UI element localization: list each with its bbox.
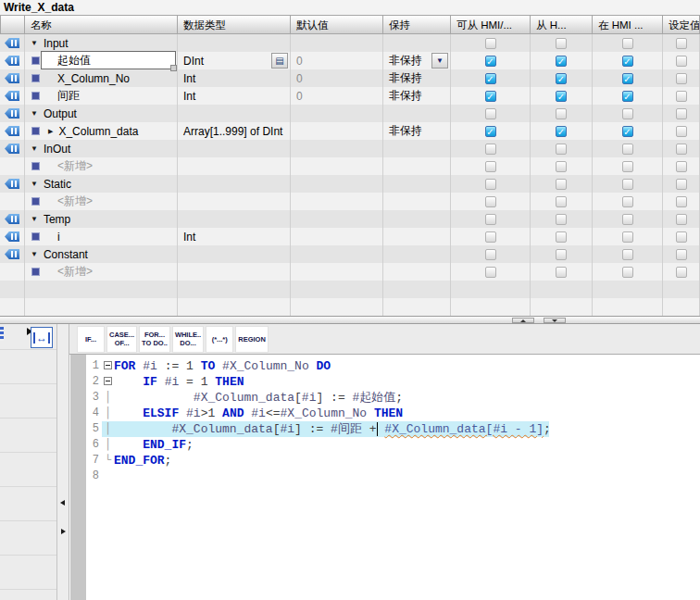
name-cell[interactable]: ▼Constant [25, 245, 178, 263]
section-collapse-icon[interactable]: ▼ [31, 215, 38, 223]
hmi-visible-checkbox[interactable]: ✓ [622, 126, 633, 137]
hmi-visible-checkbox[interactable]: ✓ [622, 91, 633, 102]
name-cell[interactable]: ▶X_Column_data [25, 122, 178, 140]
variable-row-X_Column_No[interactable]: X_Column_NoInt0非保持✓✓✓ [0, 69, 700, 87]
horizontal-splitter[interactable] [0, 316, 700, 324]
hmi-accessible-checkbox[interactable]: ✓ [485, 91, 496, 102]
name-cell[interactable]: 起始值 [25, 52, 178, 69]
hmi-visible-checkbox[interactable] [622, 231, 633, 243]
snippet-for-to-do-button[interactable]: FOR... TO DO.. [139, 326, 170, 353]
hmi-accessible-checkbox[interactable]: ✓ [485, 56, 496, 67]
token: #X_Column_data [194, 391, 294, 405]
split-editor-button[interactable]: ↔ [31, 327, 53, 348]
editor-resize-handle[interactable] [170, 65, 177, 71]
hmi-writable-checkbox[interactable]: ✓ [556, 73, 567, 84]
collapse-region-icon[interactable] [104, 361, 112, 369]
section-collapse-icon[interactable]: ▼ [31, 39, 38, 47]
setpoint-checkbox[interactable] [676, 231, 687, 243]
default-value-cell[interactable] [291, 228, 383, 245]
retain-cell[interactable]: 非保持▼ [383, 52, 451, 69]
code-line-5[interactable]: 5│ #X_Column_data[#i] := #间距 + #X_Column… [86, 421, 700, 437]
add-new-row[interactable]: <新增> [0, 263, 700, 281]
name-cell[interactable]: X_Column_No [25, 69, 178, 87]
hmi-accessible-checkbox[interactable]: ✓ [485, 126, 496, 137]
hmi-writable-checkbox[interactable]: ✓ [556, 91, 567, 102]
retain-cell[interactable] [383, 228, 451, 245]
code-area[interactable]: 1FOR #i := 1 TO #X_Column_No DO2 IF #i =… [69, 355, 700, 600]
name-cell[interactable]: <新增> [25, 157, 178, 175]
vertical-splitter[interactable] [57, 324, 69, 600]
retain-dropdown-button[interactable]: ▼ [431, 53, 448, 69]
snippet-case-of-button[interactable]: CASE... OF... [106, 326, 137, 353]
default-value-cell[interactable]: 0 [291, 87, 383, 105]
name-cell[interactable]: <新增> [25, 193, 178, 210]
variable-name-editor[interactable]: 起始值 [41, 51, 176, 69]
hmi-visible-checkbox[interactable]: ✓ [622, 73, 633, 84]
code-line-8[interactable]: 8 [86, 469, 700, 484]
retain-cell[interactable]: 非保持 [383, 122, 451, 140]
retain-cell[interactable]: 非保持 [383, 69, 451, 87]
code-line-4[interactable]: 4│ ELSIF #i>1 AND #i<=#X_Column_No THEN [86, 406, 700, 421]
section-collapse-icon[interactable]: ▼ [31, 250, 38, 258]
name-cell[interactable]: ▼Input [25, 34, 178, 52]
section-row-constant[interactable]: ▼Constant [0, 245, 700, 263]
hmi-writable-checkbox[interactable]: ✓ [556, 56, 567, 67]
hmi-writable-checkbox[interactable]: ✓ [556, 126, 567, 137]
name-cell[interactable]: <新增> [25, 263, 178, 281]
section-row-input[interactable]: ▼Input [0, 34, 700, 52]
section-row-static[interactable]: ▼Static [0, 175, 700, 193]
default-value-cell[interactable]: 0 [291, 52, 383, 69]
add-new-row[interactable]: <新增> [0, 193, 700, 210]
collapse-left-arrow-icon[interactable] [60, 500, 65, 506]
name-cell[interactable]: ▼Output [25, 105, 178, 122]
section-collapse-icon[interactable]: ▼ [31, 144, 38, 153]
splitter-collapse-down-button[interactable] [544, 318, 566, 323]
setpoint-checkbox[interactable] [676, 91, 687, 102]
variable-bullet-icon [31, 74, 40, 82]
hmi-visible-checkbox[interactable]: ✓ [622, 56, 633, 67]
variable-row-i[interactable]: iInt [0, 228, 700, 245]
default-value-cell[interactable]: 0 [291, 69, 383, 87]
hmi-writable-checkbox[interactable] [556, 231, 567, 243]
data-type-cell[interactable]: DInt▤ [178, 52, 291, 69]
hmi-accessible-checkbox[interactable]: ✓ [485, 73, 496, 84]
code-line-2[interactable]: 2 IF #i = 1 THEN [86, 374, 700, 390]
snippet-region-button[interactable]: REGION [235, 326, 269, 353]
name-cell[interactable]: i [25, 228, 178, 245]
data-type-cell[interactable]: Int [178, 87, 291, 105]
section-row-inout[interactable]: ▼InOut [0, 140, 700, 157]
setpoint-checkbox[interactable] [676, 73, 687, 84]
splitter-collapse-up-button[interactable] [512, 318, 534, 323]
section-row-temp[interactable]: ▼Temp [0, 210, 700, 228]
snippet-if-button[interactable]: IF... [77, 326, 105, 353]
add-new-row[interactable]: <新增> [0, 157, 700, 175]
name-cell[interactable]: 间距 [25, 87, 178, 105]
variable-row-起始值[interactable]: 起始值DInt▤0非保持▼✓✓✓ [0, 52, 700, 69]
data-type-cell[interactable]: Array[1..999] of DInt [178, 122, 291, 140]
expand-array-icon[interactable]: ▶ [48, 128, 53, 135]
setpoint-checkbox[interactable] [676, 126, 687, 137]
snippet-comment-button[interactable]: (*...*) [206, 326, 233, 353]
variable-row-X_Column_data[interactable]: ▶X_Column_dataArray[1..999] of DInt非保持✓✓… [0, 122, 700, 140]
snippet-while-do-button[interactable]: WHILE.. DO... [172, 326, 204, 353]
type-browse-button[interactable]: ▤ [271, 53, 288, 69]
setpoint-checkbox[interactable] [676, 56, 687, 67]
code-line-7[interactable]: 7└END_FOR; [86, 453, 700, 469]
section-collapse-icon[interactable]: ▼ [31, 109, 38, 118]
collapse-right-arrow-icon[interactable] [61, 529, 66, 534]
code-line-1[interactable]: 1FOR #i := 1 TO #X_Column_No DO [86, 358, 700, 374]
section-row-output[interactable]: ▼Output [0, 105, 700, 122]
name-cell[interactable]: ▼Temp [25, 210, 178, 228]
code-line-6[interactable]: 6│ END_IF; [86, 437, 700, 453]
retain-cell[interactable]: 非保持 [383, 87, 451, 105]
code-line-3[interactable]: 3│ #X_Column_data[#i] := #起始值; [86, 390, 700, 406]
data-type-cell[interactable]: Int [178, 228, 291, 245]
data-type-cell[interactable]: Int [178, 69, 291, 87]
name-cell[interactable]: ▼InOut [25, 140, 178, 157]
hmi-accessible-checkbox[interactable] [485, 231, 496, 243]
collapse-region-icon[interactable] [104, 377, 112, 385]
default-value-cell[interactable] [291, 122, 383, 140]
variable-row-间距[interactable]: 间距Int0非保持✓✓✓ [0, 87, 700, 105]
section-collapse-icon[interactable]: ▼ [31, 180, 38, 188]
name-cell[interactable]: ▼Static [25, 175, 178, 193]
